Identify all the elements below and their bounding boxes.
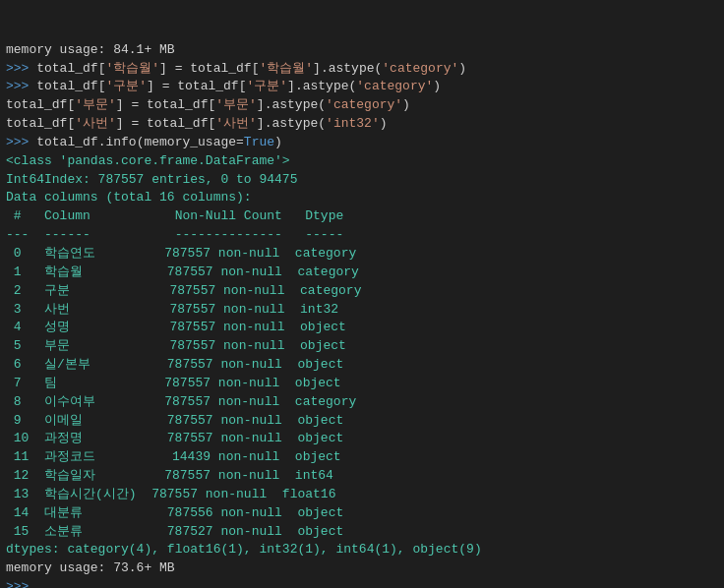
- terminal-line-out5: --- ------ -------------- -----: [6, 226, 718, 245]
- terminal-line-row2: 2 구분 787557 non-null category: [6, 282, 718, 301]
- terminal-line-row14: 14 대분류 787556 non-null object: [6, 504, 718, 523]
- terminal-line-row6: 6 실/본부 787557 non-null object: [6, 356, 718, 375]
- terminal-line-out2: Int64Index: 787557 entries, 0 to 94475: [6, 171, 718, 190]
- terminal-line-out1: <class 'pandas.core.frame.DataFrame'>: [6, 152, 718, 171]
- terminal-line-row11: 11 과정코드 14439 non-null object: [6, 448, 718, 467]
- terminal-line-row9: 9 이메일 787557 non-null object: [6, 412, 718, 431]
- terminal-line-row5: 5 부문 787557 non-null object: [6, 337, 718, 356]
- terminal-line-row4: 4 성명 787557 non-null object: [6, 319, 718, 337]
- terminal-line-row8: 8 이수여부 787557 non-null category: [6, 393, 718, 412]
- terminal-line-out3: Data columns (total 16 columns):: [6, 189, 718, 207]
- terminal-line-row10: 10 과정명 787557 non-null object: [6, 430, 718, 448]
- terminal-line-prompt_end: >>>: [6, 578, 718, 588]
- terminal-line-cmd1: >>> total_df['학습월'] = total_df['학습월'].as…: [6, 60, 718, 79]
- terminal-line-cmd4: total_df['사번'] = total_df['사번'].astype('…: [6, 115, 718, 134]
- terminal-line-cmd5: >>> total_df.info(memory_usage=True): [6, 134, 718, 152]
- terminal-line-row3: 3 사번 787557 non-null int32: [6, 301, 718, 320]
- terminal-line-row15: 15 소분류 787527 non-null object: [6, 523, 718, 542]
- terminal-line-cmd2: >>> total_df['구분'] = total_df['구분'].asty…: [6, 78, 718, 96]
- terminal-line-cmd3: total_df['부문'] = total_df['부문'].astype('…: [6, 96, 718, 115]
- terminal-line-mem1: memory usage: 84.1+ MB: [6, 41, 718, 60]
- terminal-line-row0: 0 학습연도 787557 non-null category: [6, 245, 718, 264]
- terminal-line-row12: 12 학습일자 787557 non-null int64: [6, 467, 718, 486]
- terminal-line-row7: 7 팀 787557 non-null object: [6, 375, 718, 393]
- terminal-line-mem2: memory usage: 73.6+ MB: [6, 559, 718, 578]
- terminal-line-row13: 13 학습시간(시간) 787557 non-null float16: [6, 486, 718, 504]
- terminal-line-row1: 1 학습월 787557 non-null category: [6, 264, 718, 282]
- terminal-output: memory usage: 84.1+ MB>>> total_df['학습월'…: [6, 4, 718, 588]
- terminal-line-dtypes: dtypes: category(4), float16(1), int32(1…: [6, 541, 718, 559]
- terminal-line-out4: # Column Non-Null Count Dtype: [6, 207, 718, 226]
